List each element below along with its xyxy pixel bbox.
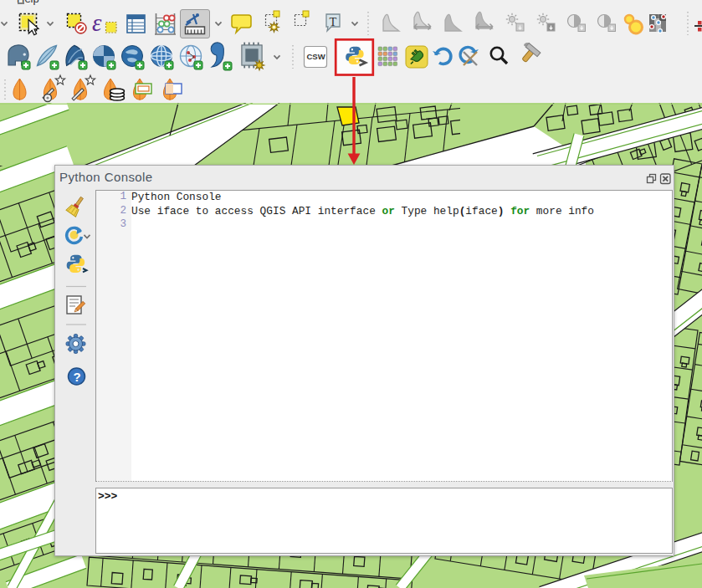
svg-text:?: ? bbox=[74, 370, 81, 384]
